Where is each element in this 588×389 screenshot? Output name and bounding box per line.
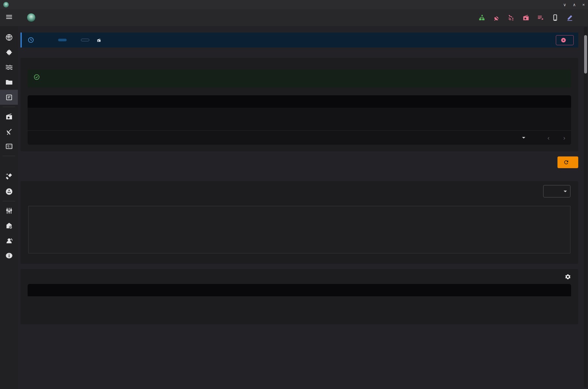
scrollbar-thumb[interactable]: [584, 35, 587, 74]
sidebar-item-radios[interactable]: [0, 109, 18, 124]
sidebar-item-about[interactable]: [0, 248, 18, 263]
sidebar-item-recordings[interactable]: [0, 184, 18, 199]
rows-per-page-select[interactable]: [519, 137, 525, 139]
globe-icon: [5, 34, 13, 41]
radio-icon: [5, 113, 13, 120]
sidebar-item-rotator[interactable]: [0, 124, 18, 139]
abort-x-icon: [561, 37, 566, 43]
engineer-icon: [5, 237, 13, 245]
calendar-icon: [5, 93, 13, 101]
app-header: [0, 9, 588, 26]
window-maximize-button[interactable]: ∧: [573, 3, 576, 7]
satellites-table-header: [28, 95, 571, 108]
sidebar-item-waterfall[interactable]: [0, 60, 18, 75]
queue-icon[interactable]: [537, 14, 544, 21]
mobile-device-icon[interactable]: [552, 14, 559, 21]
sdr-icon: [96, 38, 101, 43]
sidebar-item-add-station[interactable]: [0, 218, 18, 233]
scheduled-table: [28, 284, 571, 296]
app-logo: [27, 13, 36, 22]
satellites-table: ‹ ›: [28, 95, 571, 145]
network-status-icon[interactable]: [479, 14, 486, 21]
satellite-alert-icon[interactable]: [508, 14, 515, 21]
dish-icon: [5, 127, 13, 135]
window-minimize-button[interactable]: ∨: [563, 3, 566, 7]
window-titlebar: ∨ ∧ ×: [0, 0, 588, 9]
film-reel-icon: [5, 188, 13, 195]
scheduled-table-header: [28, 284, 571, 296]
auto-generation-infobox: [28, 70, 571, 87]
refresh-icon: [563, 159, 569, 165]
sidebar-section-tle: [0, 158, 18, 169]
sidebar-item-settings-sliders[interactable]: [0, 203, 18, 218]
scheduled-observations-card: [20, 269, 578, 324]
abort-button[interactable]: [556, 35, 574, 45]
table-pagination: ‹ ›: [28, 130, 571, 145]
rotator-status-icon[interactable]: [493, 14, 500, 21]
caret-down-icon: [564, 191, 567, 192]
duration-select[interactable]: [543, 185, 570, 197]
crosshair-icon: [5, 48, 13, 56]
sidebar-item-location[interactable]: [0, 45, 18, 60]
folder-icon: [5, 78, 13, 86]
sidebar-item-satellites[interactable]: [0, 169, 18, 184]
timeline-top-labels: [28, 200, 570, 206]
clock-icon: [28, 37, 34, 43]
peak-elevation-badge: [81, 39, 89, 41]
menu-icon[interactable]: [5, 13, 14, 22]
sidebar-item-decoders[interactable]: [0, 139, 18, 154]
timeline-plot: [28, 206, 570, 253]
sliders-icon: [5, 207, 13, 215]
window-close-button[interactable]: ×: [582, 3, 585, 7]
info-icon: [5, 252, 13, 260]
next-page-button[interactable]: ›: [563, 134, 565, 141]
gear-icon: [565, 274, 571, 280]
nav-sidebar: [0, 26, 18, 389]
sidebar-item-operators[interactable]: [0, 233, 18, 248]
sidebar-item-globe[interactable]: [0, 30, 18, 45]
next-observation-banner: [20, 33, 578, 47]
table-actions-row: [20, 156, 578, 168]
check-circle-icon: [33, 74, 40, 80]
draw-edit-icon[interactable]: [566, 14, 573, 21]
sidebar-item-schedule[interactable]: [0, 90, 18, 105]
table-empty-space: [28, 108, 571, 130]
radio-off-icon[interactable]: [522, 14, 530, 21]
waves-icon: [5, 63, 13, 71]
timeline-bottom-labels: [28, 253, 570, 261]
sidebar-item-files[interactable]: [0, 75, 18, 90]
app-icon: [3, 2, 9, 7]
observations-settings-button[interactable]: [565, 274, 571, 280]
regenerate-all-button[interactable]: [557, 156, 578, 168]
prev-page-button[interactable]: ‹: [547, 134, 549, 141]
page-scrollbar[interactable]: [584, 27, 587, 388]
satellite-icon: [5, 173, 13, 181]
caret-down-icon: [522, 137, 525, 139]
timeline-card: [20, 181, 578, 264]
decoder-card-icon: [5, 142, 13, 150]
monitored-satellites-card: ‹ ›: [20, 58, 578, 151]
countdown-badge: [58, 39, 67, 41]
house-add-icon: [5, 222, 13, 230]
